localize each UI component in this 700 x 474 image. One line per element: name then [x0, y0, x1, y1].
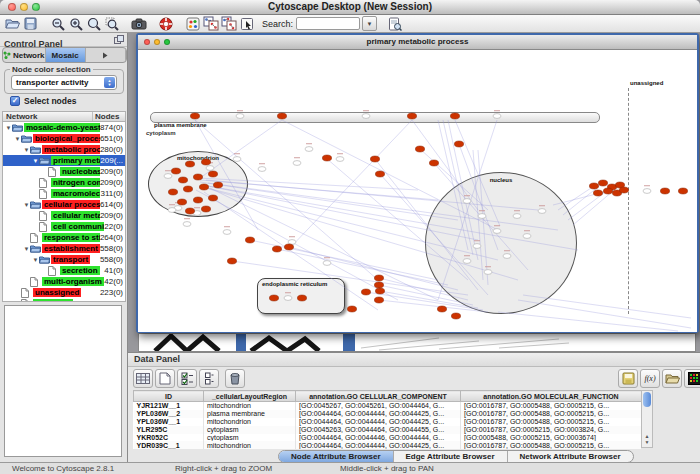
tab-network-attribute-browser[interactable]: Network Attribute Browser	[508, 451, 633, 462]
tree-item-count: 209(...	[100, 156, 125, 165]
tree-item-overview[interactable]: Overview8(0)	[3, 298, 125, 302]
tree-item-multi-organism-pro[interactable]: multi-organism pro42(0)	[3, 276, 125, 287]
function-builder-button[interactable]: f(x)	[640, 369, 660, 388]
table-cell: YPL036W__2	[134, 410, 204, 418]
expander-icon[interactable]: ▼	[23, 147, 30, 153]
tree-item-cellular-process[interactable]: ▼cellular process614(0)	[3, 199, 125, 210]
layout-region-button[interactable]	[184, 16, 201, 31]
attribute-grid-button[interactable]	[133, 369, 153, 388]
open-button[interactable]	[4, 16, 21, 31]
search-input[interactable]	[296, 17, 360, 30]
new-attribute-button[interactable]	[155, 369, 175, 388]
expander-icon[interactable]: ▼	[32, 158, 39, 164]
heatmap-button[interactable]	[684, 369, 700, 388]
table-row[interactable]: YLR295Ccytoplasm[GO:0045263, GO:0044464,…	[134, 426, 642, 434]
tree-item-count: 874(0)	[100, 123, 125, 132]
table-row[interactable]: YPL036W__2plasma membrane[GO:0044464, GO…	[134, 410, 642, 418]
scroll-down-icon[interactable]: ▼	[645, 439, 650, 445]
app-window: Cytoscape Desktop (New Session) Search: …	[0, 0, 700, 474]
tree-item-cell-communicat[interactable]: cell communicat22(0)	[3, 221, 125, 232]
tree-item-biological-process[interactable]: ▼biological_process651(0)	[3, 133, 125, 144]
node-color-dropdown[interactable]: transporter activity ▲▼	[11, 75, 117, 90]
status-bar: Welcome to Cytoscape 2.8.1 Right-click +…	[0, 462, 700, 474]
tree-item-cellular-metabo[interactable]: cellular metabo209(0)	[3, 210, 125, 221]
save-button[interactable]	[22, 16, 39, 31]
tree-header-nodes[interactable]: Nodes	[93, 112, 125, 121]
tab-mosaic[interactable]: Mosaic	[46, 48, 86, 62]
tree-item-macromolecule[interactable]: macromolecule311(0)	[3, 188, 125, 199]
import-attributes-button[interactable]	[618, 369, 638, 388]
tab-network[interactable]: Network	[3, 48, 46, 62]
snapshot-button[interactable]	[130, 16, 147, 31]
tree-header-network[interactable]: Network	[3, 112, 93, 121]
table-cell: [GO:0045263, GO:0044464, GO:0044455, G..…	[296, 426, 461, 434]
minimize-view-icon[interactable]	[154, 39, 160, 45]
close-window-icon[interactable]	[8, 3, 16, 11]
tree-item-response-to-stimulu[interactable]: response to stimulu264(0)	[3, 232, 125, 243]
tree-item-establishment-of-lo[interactable]: ▼establishment of lo558(0)	[3, 243, 125, 254]
column-header[interactable]: annotation.GO CELLULAR_COMPONENT	[296, 391, 461, 402]
column-header[interactable]: annotation.GO MOLECULAR_FUNCTION	[461, 391, 642, 402]
scrollbar-thumb[interactable]	[643, 392, 651, 407]
tree-item-count: 41(0)	[104, 266, 125, 275]
tree-item-label: macromolecule	[51, 189, 100, 198]
tree-item-metabolic-process[interactable]: ▼metabolic process280(0)	[3, 144, 125, 155]
expander-icon[interactable]: ▼	[23, 202, 30, 208]
table-row[interactable]: YKR052Ccytoplasm[GO:0044464, GO:0044446,…	[134, 434, 642, 442]
network-graph[interactable]	[138, 50, 697, 332]
zoom-window-icon[interactable]	[32, 3, 40, 11]
table-row[interactable]: YDR039C__1mitochondrion[GO:0044464, GO:0…	[134, 441, 642, 449]
select-attributes-button[interactable]	[177, 369, 197, 388]
table-cell: mitochondrion	[204, 402, 296, 410]
open-attributes-button[interactable]	[662, 369, 682, 388]
zoom-selected-button[interactable]	[85, 16, 102, 31]
tree-item-primary-metabo[interactable]: ▼primary metabo209(...	[3, 155, 125, 166]
tree-item-transport[interactable]: ▼transport558(0)	[3, 254, 125, 265]
main-toolbar: Search: ▼	[0, 15, 700, 33]
expander-icon[interactable]: ▼	[14, 136, 21, 142]
more-tabs-button[interactable]	[86, 48, 126, 62]
column-header[interactable]: _cellularLayoutRegion	[204, 391, 296, 402]
file-icon	[39, 189, 51, 199]
tree-item-label: cell communicat	[51, 222, 104, 231]
table-row[interactable]: YPL036W__1mitochondrion[GO:0044464, GO:0…	[134, 418, 642, 426]
advanced-search-button[interactable]	[386, 16, 403, 31]
birds-eye-view[interactable]	[4, 305, 122, 457]
background-window-strip[interactable]	[138, 333, 696, 352]
float-panel-icon[interactable]	[114, 35, 124, 44]
table-row[interactable]: YJR121W__1mitochondrion[GO:0045267, GO:0…	[134, 402, 642, 410]
tree-item-unassigned[interactable]: unassigned223(0)	[3, 287, 125, 298]
zoom-view-icon[interactable]	[164, 39, 170, 45]
tree-item-secretion[interactable]: secretion41(0)	[3, 265, 125, 276]
tab-node-attribute-browser[interactable]: Node Attribute Browser	[279, 451, 394, 462]
expander-icon[interactable]: ▼	[5, 125, 12, 131]
scrollbar-arrows[interactable]: ▲▼	[642, 431, 652, 447]
minimize-window-icon[interactable]	[20, 3, 28, 11]
tree-item-label: response to stimulu	[42, 233, 100, 242]
copy-network-view-button[interactable]	[202, 16, 219, 31]
tree-item-count: 264(0)	[100, 233, 125, 242]
zoom-in-button[interactable]	[67, 16, 84, 31]
tree-item-nitrogen-compo[interactable]: nitrogen compo209(0)	[3, 177, 125, 188]
control-panel-tabs: Network Mosaic	[2, 47, 127, 63]
help-button[interactable]	[157, 16, 174, 31]
delete-attribute-button[interactable]	[225, 369, 245, 388]
create-network-view-button[interactable]	[220, 16, 237, 31]
tab-edge-attribute-browser[interactable]: Edge Attribute Browser	[394, 451, 508, 462]
zoom-fit-button[interactable]	[103, 16, 120, 31]
expander-icon[interactable]: ▼	[23, 246, 30, 252]
unified-attributes-button[interactable]	[199, 369, 219, 388]
network-canvas[interactable]: plasma membrane cytoplasm mitochondrion …	[138, 50, 697, 332]
tree-item-mosaic-demo-yeast[interactable]: ▼mosaic-demo-yeast874(0)	[3, 122, 125, 133]
network-view-titlebar[interactable]: primary metabolic process	[138, 35, 697, 50]
column-header[interactable]: ID	[134, 391, 204, 402]
zoom-out-button[interactable]	[49, 16, 66, 31]
file-icon	[30, 277, 42, 287]
select-nodes-checkbox[interactable]: ✓	[10, 96, 20, 106]
tree-item-nucleobase-[interactable]: nucleobase-209(0)	[3, 166, 125, 177]
close-view-icon[interactable]	[144, 39, 150, 45]
expander-icon[interactable]: ▼	[32, 257, 39, 263]
table-scrollbar[interactable]: ▲▼	[641, 390, 653, 448]
annotation-button[interactable]	[238, 16, 255, 31]
search-options-dropdown[interactable]: ▼	[362, 16, 377, 31]
